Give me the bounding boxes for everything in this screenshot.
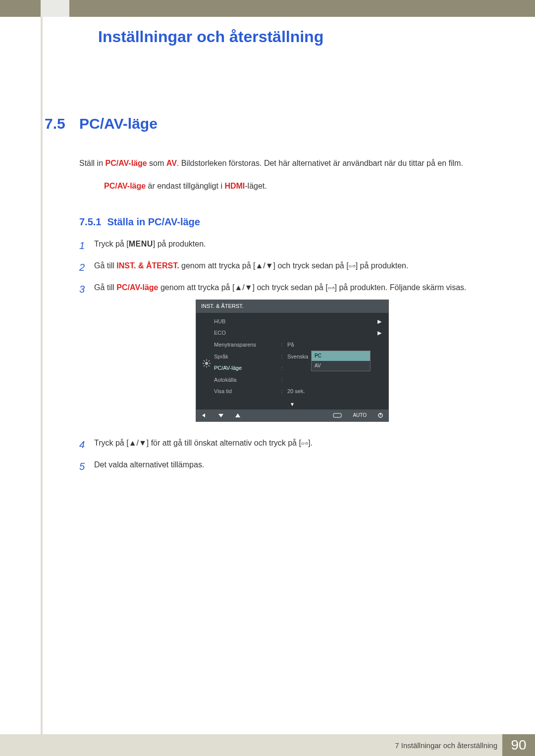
step-number: 4 xyxy=(79,437,94,453)
footer-chapter-label: 7 Inställningar och återställning xyxy=(395,741,497,750)
power-icon xyxy=(377,412,383,418)
step-number: 3 xyxy=(79,281,94,431)
keyword: PC/AV-läge xyxy=(105,159,147,167)
text: Det valda alternativet tillämpas. xyxy=(94,458,490,474)
step-number: 5 xyxy=(79,458,94,474)
left-icon xyxy=(201,413,207,418)
section-heading: 7.5 PC/AV-läge xyxy=(45,115,490,132)
osd-screenshot: INST. & ÅTERST. HUB▶ ECO▶ Menytransparen… xyxy=(196,300,389,422)
keyword: PC/AV-läge xyxy=(116,283,158,292)
osd-title: INST. & ÅTERST. xyxy=(196,300,388,313)
text: Tryck på [ xyxy=(94,439,129,447)
keyword: HDMI xyxy=(224,182,245,190)
step-number: 1 xyxy=(79,238,94,253)
chapter-title: Inställningar och återställning xyxy=(98,28,490,46)
step-3: 3 Gå till PC/AV-läge genom att trycka på… xyxy=(79,281,490,431)
svg-rect-7 xyxy=(333,287,334,287)
text: ] på produkten. xyxy=(356,261,409,270)
text: genom att trycka på [ xyxy=(179,261,256,270)
step-2: 2 Gå till INST. & ÅTERST. genom att tryc… xyxy=(79,259,490,275)
text: Ställ in xyxy=(79,159,105,167)
osd-row-displaytime: Visa tid:20 sek. xyxy=(214,386,383,398)
svg-line-15 xyxy=(204,365,205,366)
osd-row-hub: HUB▶ xyxy=(214,316,383,328)
steps-list: 1 Tryck på [MENU] på produkten. 2 Gå til… xyxy=(79,238,490,474)
text: Gå till xyxy=(94,261,116,270)
keyword: INST. & ÅTERST. xyxy=(116,261,179,270)
gear-icon xyxy=(202,359,211,368)
up-down-icon: ▲/▼ xyxy=(129,439,147,447)
page-number: 90 xyxy=(502,734,535,756)
top-bar xyxy=(0,0,535,17)
keyword: PC/AV-läge xyxy=(104,182,146,190)
text: Gå till xyxy=(94,283,116,292)
step-number: 2 xyxy=(79,259,94,275)
text: ] och tryck sedan på [ xyxy=(273,261,349,270)
osd-row-eco: ECO▶ xyxy=(214,327,383,339)
osd-option-av: AV xyxy=(312,361,370,371)
text: Tryck på [ xyxy=(94,240,129,248)
up-down-icon: ▲/▼ xyxy=(255,261,273,270)
svg-rect-4 xyxy=(328,287,330,289)
svg-rect-25 xyxy=(305,443,308,445)
osd-footer-bar: AUTO xyxy=(196,409,388,421)
svg-line-14 xyxy=(209,365,210,366)
note-line: PC/AV-läge är endast tillgängligt i HDMI… xyxy=(104,182,490,191)
section-number: 7.5 xyxy=(45,115,79,132)
svg-line-16 xyxy=(209,360,210,361)
text: ] på produkten. xyxy=(153,240,206,248)
keyword: AV xyxy=(166,159,177,167)
osd-dropdown: PC AV xyxy=(311,351,371,371)
section-title: PC/AV-läge xyxy=(79,115,158,132)
source-enter-icon: / xyxy=(301,438,308,451)
subsection-heading: 7.5.1Ställa in PC/AV-läge xyxy=(79,216,490,228)
svg-rect-20 xyxy=(333,413,341,417)
svg-marker-19 xyxy=(235,413,240,417)
svg-marker-17 xyxy=(202,413,205,417)
source-enter-icon: / xyxy=(349,260,356,273)
menu-key: MENU xyxy=(129,240,153,248)
osd-row-autosource: Autokälla: xyxy=(214,374,383,386)
step-1: 1 Tryck på [MENU] på produkten. xyxy=(79,238,490,253)
chevron-right-icon: ▶ xyxy=(377,317,381,326)
intro-paragraph: Ställ in PC/AV-läge som AV. Bildstorleke… xyxy=(79,157,490,170)
svg-line-13 xyxy=(204,360,205,361)
svg-rect-2 xyxy=(353,265,355,267)
text: genom att trycka på [ xyxy=(159,283,235,292)
text: -läget. xyxy=(245,182,267,190)
svg-rect-6 xyxy=(332,287,334,289)
up-down-icon: ▲/▼ xyxy=(234,283,252,292)
svg-rect-23 xyxy=(301,443,304,445)
svg-rect-0 xyxy=(349,265,351,267)
subsection-title: Ställa in PC/AV-läge xyxy=(107,216,200,227)
page-footer: 7 Inställningar och återställning 90 xyxy=(0,734,535,756)
text: ] på produkten. Följande skärm visas. xyxy=(335,283,467,292)
up-icon xyxy=(235,413,241,418)
top-bar-tab xyxy=(41,0,69,17)
tick-down-icon: ▼ xyxy=(290,401,295,408)
text: ] för att gå till önskat alternativ och … xyxy=(147,439,301,447)
text: ] och tryck sedan på [ xyxy=(253,283,328,292)
text: ]. xyxy=(308,439,313,447)
svg-marker-18 xyxy=(218,414,223,417)
text: . Bildstorleken förstoras. Det här alter… xyxy=(177,159,463,167)
down-icon xyxy=(218,413,224,418)
enter-icon xyxy=(333,413,342,418)
osd-option-pc: PC xyxy=(312,351,370,361)
step-4: 4 Tryck på [▲/▼] för att gå till önskat … xyxy=(79,437,490,453)
auto-label: AUTO xyxy=(353,411,367,419)
text: som xyxy=(147,159,166,167)
text: är endast tillgängligt i xyxy=(146,182,224,190)
subsection-number: 7.5.1 xyxy=(79,216,101,227)
svg-point-8 xyxy=(205,362,208,365)
osd-row-transparency: Menytransparens:På xyxy=(214,339,383,351)
svg-rect-26 xyxy=(306,442,307,443)
step-5: 5 Det valda alternativet tillämpas. xyxy=(79,458,490,474)
svg-rect-3 xyxy=(354,265,355,265)
chevron-right-icon: ▶ xyxy=(377,329,381,338)
source-enter-icon: / xyxy=(328,282,335,295)
